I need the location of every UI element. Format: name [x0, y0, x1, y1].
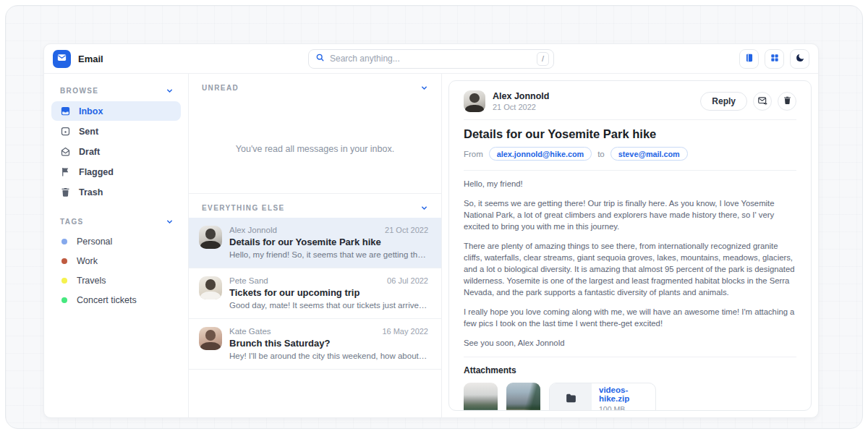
- unread-empty-message: You've read all messages in your inbox.: [189, 144, 441, 154]
- apps-grid-button[interactable]: [765, 49, 784, 69]
- tag-color-dot: [61, 258, 67, 264]
- attachments-label: Attachments: [464, 365, 796, 375]
- attachment-file-card[interactable]: videos-hike.zip 100 MB: [549, 383, 656, 411]
- mail-list-column: UNREAD You've read all messages in your …: [189, 74, 442, 417]
- attachment-photo-2[interactable]: [506, 383, 540, 411]
- sidebar-item-draft[interactable]: Draft: [51, 142, 181, 161]
- mail-date: 06 Jul 2022: [387, 276, 428, 285]
- divider: [464, 170, 796, 171]
- app-logo: [53, 50, 71, 68]
- unread-section-header[interactable]: UNREAD: [189, 74, 441, 98]
- sent-icon: [60, 126, 71, 137]
- sidebar-item-flagged[interactable]: Flagged: [51, 162, 181, 182]
- mail-list-item-2[interactable]: Pete Sand 06 Jul 2022 Tickets for our up…: [189, 268, 441, 319]
- sidebar-item-label: Trash: [79, 187, 103, 197]
- to-email-chip[interactable]: steve@mail.com: [610, 147, 688, 161]
- mail-subject: Brunch this Saturday?: [229, 338, 428, 349]
- tags-section: TAGS Personal Work Travels: [51, 212, 181, 310]
- chevron-down-icon: [166, 218, 174, 226]
- avatar: [199, 276, 222, 299]
- mail-date: 16 May 2022: [382, 327, 428, 336]
- reply-button[interactable]: Reply: [700, 92, 747, 111]
- tag-item-travels[interactable]: Travels: [51, 271, 181, 290]
- forward-button[interactable]: [753, 92, 772, 111]
- tag-label: Travels: [77, 276, 106, 286]
- folder-icon: [565, 392, 577, 407]
- chevron-down-icon: [166, 87, 174, 95]
- delete-button[interactable]: [778, 92, 796, 111]
- mail-subject: Tickets for our upcoming trip: [229, 287, 428, 298]
- tag-item-personal[interactable]: Personal: [51, 232, 181, 251]
- file-size: 100 MB: [599, 405, 655, 411]
- tag-color-dot: [61, 239, 67, 244]
- envelope-icon: [56, 52, 67, 66]
- tag-color-dot: [61, 297, 67, 303]
- app-title: Email: [78, 54, 103, 64]
- browse-section-header[interactable]: BROWSE: [51, 81, 181, 101]
- avatar: [464, 90, 485, 112]
- mail-sender: Pete Sand: [229, 276, 268, 285]
- email-app-window: Email /: [43, 43, 819, 418]
- mail-meta: Alex Jonnold 21 Oct 2022 Details for our…: [229, 226, 428, 259]
- mail-sender: Alex Jonnold: [229, 226, 277, 234]
- book-icon: [744, 53, 754, 65]
- body-paragraph: See you soon, Alex Jonnold: [464, 337, 796, 349]
- mail-preview: Hello, my friend! So, it seems that we a…: [229, 250, 428, 259]
- flag-icon: [60, 166, 71, 177]
- tag-label: Personal: [77, 237, 112, 247]
- attachment-photo-1[interactable]: [464, 383, 498, 411]
- mail-list-item-1[interactable]: Alex Jonnold 21 Oct 2022 Details for our…: [189, 218, 441, 268]
- file-name-link[interactable]: videos-hike.zip: [599, 386, 655, 403]
- sidebar-item-sent[interactable]: Sent: [51, 122, 181, 141]
- tag-item-work[interactable]: Work: [51, 252, 181, 271]
- detail-date: 21 Oct 2022: [493, 103, 549, 111]
- sender-block: Alex Jonnold 21 Oct 2022: [493, 91, 549, 111]
- attachments-row: videos-hike.zip 100 MB: [464, 383, 796, 411]
- envelope-forward-icon: [757, 95, 767, 108]
- sidebar-item-trash[interactable]: Trash: [51, 182, 181, 202]
- reading-pane: Alex Jonnold 21 Oct 2022 Reply: [442, 74, 818, 417]
- search-icon: [315, 52, 325, 65]
- trash-icon: [783, 95, 792, 107]
- everything-else-header[interactable]: EVERYTHING ELSE: [189, 194, 441, 218]
- search-shortcut-key: /: [537, 52, 549, 66]
- mail-meta: Kate Gates 16 May 2022 Brunch this Satur…: [229, 327, 428, 360]
- search-input[interactable]: [330, 54, 532, 64]
- sidebar-item-label: Flagged: [79, 167, 114, 177]
- grid-icon: [770, 53, 780, 65]
- top-bar-actions: [554, 49, 809, 69]
- divider: [464, 357, 796, 357]
- tag-label: Work: [77, 256, 98, 266]
- search-bar[interactable]: /: [308, 49, 554, 69]
- email-detail-card: Alex Jonnold 21 Oct 2022 Reply: [448, 80, 812, 411]
- sidebar-item-label: Inbox: [79, 106, 103, 116]
- body-paragraph: There are plenty of amazing things to se…: [464, 240, 796, 298]
- reading-list-button[interactable]: [739, 49, 759, 69]
- tag-label: Concert tickets: [77, 295, 137, 305]
- sidebar-item-inbox[interactable]: Inbox: [51, 101, 181, 121]
- top-bar: Email /: [44, 44, 818, 74]
- tags-section-header[interactable]: TAGS: [51, 212, 181, 231]
- mail-preview: Hey! I'll be around the city this weeken…: [229, 352, 428, 360]
- main-area: BROWSE Inbox Sent: [44, 74, 818, 417]
- mail-date: 21 Oct 2022: [385, 226, 428, 234]
- trash-icon: [60, 187, 71, 197]
- chevron-down-icon: [420, 204, 428, 212]
- from-email-chip[interactable]: alex.jonnold@hike.com: [489, 147, 592, 161]
- sidebar-item-label: Draft: [79, 147, 100, 157]
- dark-mode-toggle[interactable]: [790, 49, 809, 69]
- mail-meta: Pete Sand 06 Jul 2022 Tickets for our up…: [229, 276, 428, 310]
- email-body: Hello, my friend! So, it seems we are ge…: [464, 178, 796, 349]
- chevron-down-icon: [420, 84, 428, 92]
- to-label: to: [597, 150, 605, 158]
- mail-open-icon: [60, 146, 71, 157]
- from-label: From: [464, 150, 483, 158]
- body-paragraph: Hello, my friend!: [464, 178, 796, 190]
- mail-sender: Kate Gates: [229, 327, 271, 336]
- file-icon-area: [550, 383, 592, 411]
- tag-item-concert-tickets[interactable]: Concert tickets: [51, 291, 181, 310]
- mail-list-item-3[interactable]: Kate Gates 16 May 2022 Brunch this Satur…: [189, 319, 441, 370]
- brand: Email: [53, 50, 308, 68]
- tag-color-dot: [61, 278, 67, 284]
- detail-sender-name: Alex Jonnold: [493, 91, 549, 101]
